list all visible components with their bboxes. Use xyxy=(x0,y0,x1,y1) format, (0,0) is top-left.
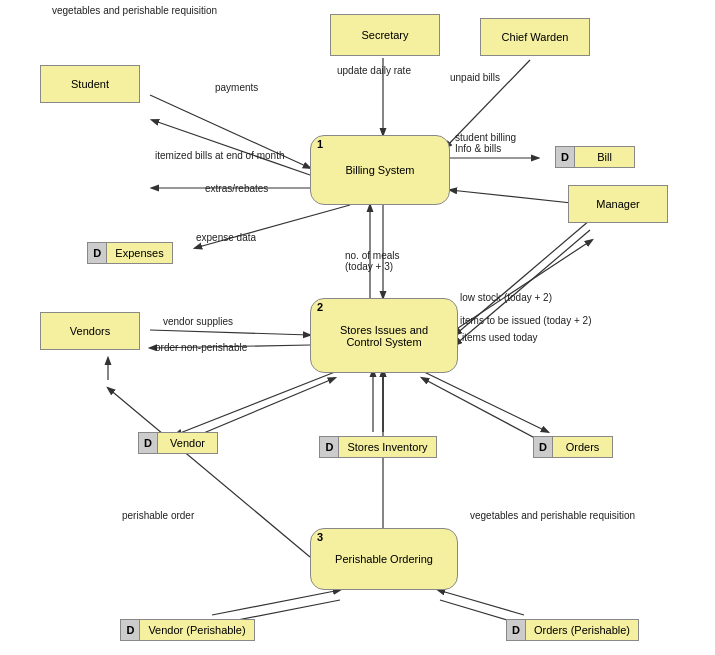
orders-ds-name: Orders xyxy=(553,436,613,458)
stores-inv-ds-d: D xyxy=(319,436,339,458)
svg-line-15 xyxy=(175,370,340,435)
label-student-billing: student billing Info & bills xyxy=(455,132,516,154)
label-vendor-supplies: vendor supplies xyxy=(163,316,233,327)
vendor-ds-name: Vendor xyxy=(158,432,218,454)
label-itemized-bills: itemized bills at end of month xyxy=(155,150,285,161)
svg-line-27 xyxy=(438,590,524,615)
orders-perishable-ds-name: Orders (Perishable) xyxy=(526,619,639,641)
label-veg-req-bottom: vegetables and perishable requisition xyxy=(470,510,635,521)
label-items-issued: items to be issued (today + 2) xyxy=(460,315,591,326)
label-expense-data: expense data xyxy=(196,232,256,243)
stores-inv-ds-name: Stores Inventory xyxy=(339,436,436,458)
label-items-used: items used today xyxy=(462,332,538,343)
expenses-ds-name: Expenses xyxy=(107,242,172,264)
secretary-label: Secretary xyxy=(361,29,408,41)
vendor-ds-d: D xyxy=(138,432,158,454)
svg-line-25 xyxy=(212,590,340,615)
bill-ds-node: D Bill xyxy=(530,142,660,172)
stores-num: 2 xyxy=(317,301,323,313)
expenses-ds-node: D Expenses xyxy=(60,238,200,268)
orders-perishable-ds-node: D Orders (Perishable) xyxy=(480,615,665,645)
vendors-node: Vendors xyxy=(40,312,140,350)
student-label: Student xyxy=(71,78,109,90)
vendor-perishable-ds-node: D Vendor (Perishable) xyxy=(100,615,275,645)
perishable-num: 3 xyxy=(317,531,323,543)
chief-warden-label: Chief Warden xyxy=(502,31,569,43)
billing-label: Billing System xyxy=(345,164,414,176)
stores-label: Stores Issues and Control System xyxy=(340,324,428,348)
stores-inv-ds-node: D Stores Inventory xyxy=(298,432,458,462)
bill-ds-name: Bill xyxy=(575,146,635,168)
perishable-label: Perishable Ordering xyxy=(335,553,433,565)
vendor-ds-node: D Vendor xyxy=(108,428,248,458)
vendors-label: Vendors xyxy=(70,325,110,337)
perishable-ordering-node: 3 Perishable Ordering xyxy=(310,528,458,590)
manager-label: Manager xyxy=(596,198,639,210)
label-order-non-perishable: order non-perishable xyxy=(155,342,247,353)
orders-ds-node: D Orders xyxy=(508,432,638,462)
billing-system-node: 1 Billing System xyxy=(310,135,450,205)
svg-line-11 xyxy=(455,230,590,345)
label-veg-req-top: vegetables and perishable requisition xyxy=(52,5,217,16)
vendor-perishable-ds-d: D xyxy=(120,619,140,641)
chief-warden-node: Chief Warden xyxy=(480,18,590,56)
label-payments: payments xyxy=(215,82,258,93)
label-perishable-order: perishable order xyxy=(122,510,194,521)
label-no-meals: no. of meals (today + 3) xyxy=(345,250,399,272)
svg-line-2 xyxy=(152,120,310,175)
label-update-daily: update daily rate xyxy=(337,65,411,76)
svg-line-13 xyxy=(150,330,310,335)
label-extras-rebates: extras/rebates xyxy=(205,183,268,194)
diagram: vegetables and perishable requisition Se… xyxy=(0,0,715,655)
bill-ds-d: D xyxy=(555,146,575,168)
orders-ds-d: D xyxy=(533,436,553,458)
svg-line-20 xyxy=(420,370,548,432)
orders-perishable-ds-d: D xyxy=(506,619,526,641)
svg-line-22 xyxy=(108,388,310,557)
expenses-ds-d: D xyxy=(87,242,107,264)
stores-control-node: 2 Stores Issues and Control System xyxy=(310,298,458,373)
secretary-node: Secretary xyxy=(330,14,440,56)
label-low-stock: low stock (today + 2) xyxy=(460,292,552,303)
vendor-perishable-ds-name: Vendor (Perishable) xyxy=(140,619,254,641)
student-node: Student xyxy=(40,65,140,103)
manager-node: Manager xyxy=(568,185,668,223)
billing-num: 1 xyxy=(317,138,323,150)
label-unpaid-bills: unpaid bills xyxy=(450,72,500,83)
